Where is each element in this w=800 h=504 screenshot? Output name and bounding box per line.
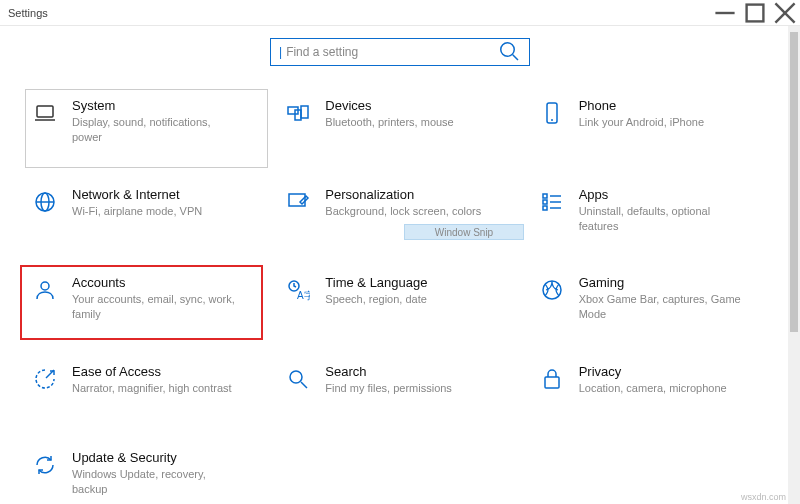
maximize-button[interactable] xyxy=(740,0,770,26)
svg-point-4 xyxy=(501,42,515,56)
search-icon xyxy=(285,366,311,392)
tile-title: Search xyxy=(325,364,452,379)
tile-title: Ease of Access xyxy=(72,364,232,379)
svg-text:A字: A字 xyxy=(297,290,310,301)
update-icon xyxy=(32,452,58,478)
tile-network[interactable]: Network & Internet Wi-Fi, airplane mode,… xyxy=(20,173,273,262)
tile-title: Time & Language xyxy=(325,275,427,290)
tile-title: Privacy xyxy=(579,364,727,379)
svg-line-28 xyxy=(301,382,307,388)
tile-title: Network & Internet xyxy=(72,187,202,202)
tile-title: Apps xyxy=(579,187,749,202)
watermark: wsxdn.com xyxy=(741,492,786,502)
tile-title: Update & Security xyxy=(72,450,242,465)
tile-title: Accounts xyxy=(72,275,242,290)
tile-devices[interactable]: Devices Bluetooth, printers, mouse xyxy=(273,84,526,173)
lock-icon xyxy=(539,366,565,392)
scrollbar-thumb[interactable] xyxy=(790,32,798,332)
tile-phone[interactable]: Phone Link your Android, iPhone xyxy=(527,84,780,173)
tile-gaming[interactable]: Gaming Xbox Game Bar, captures, Game Mod… xyxy=(527,261,780,350)
search-input[interactable]: |Find a setting xyxy=(270,38,530,66)
tile-title: Phone xyxy=(579,98,704,113)
tile-ease-of-access[interactable]: Ease of Access Narrator, magnifier, high… xyxy=(20,350,273,436)
scrollbar[interactable] xyxy=(788,26,800,504)
window-snip-tooltip: Window Snip xyxy=(404,224,524,240)
tile-desc: Wi-Fi, airplane mode, VPN xyxy=(72,204,202,219)
svg-rect-29 xyxy=(545,377,559,388)
svg-rect-19 xyxy=(543,206,547,210)
tile-desc: Windows Update, recovery, backup xyxy=(72,467,242,497)
window-controls xyxy=(710,0,800,26)
window-title: Settings xyxy=(8,7,48,19)
laptop-icon xyxy=(32,100,58,126)
tile-apps[interactable]: Apps Uninstall, defaults, optional featu… xyxy=(527,173,780,262)
tile-accounts[interactable]: Accounts Your accounts, email, sync, wor… xyxy=(20,261,273,350)
svg-rect-6 xyxy=(37,106,53,117)
search-placeholder: Find a setting xyxy=(286,45,358,59)
tile-personalization[interactable]: Personalization Background, lock screen,… xyxy=(273,173,526,262)
tile-system[interactable]: System Display, sound, notifications, po… xyxy=(20,84,273,173)
tile-search[interactable]: Search Find my files, permissions xyxy=(273,350,526,436)
tile-desc: Link your Android, iPhone xyxy=(579,115,704,130)
svg-rect-17 xyxy=(543,194,547,198)
tile-title: Devices xyxy=(325,98,453,113)
svg-rect-1 xyxy=(747,5,764,22)
search-icon xyxy=(497,39,521,66)
tile-desc: Background, lock screen, colors xyxy=(325,204,481,219)
tile-title: Personalization xyxy=(325,187,481,202)
tile-privacy[interactable]: Privacy Location, camera, microphone xyxy=(527,350,780,436)
gaming-icon xyxy=(539,277,565,303)
tile-time-language[interactable]: A字 Time & Language Speech, region, date xyxy=(273,261,526,350)
tile-desc: Uninstall, defaults, optional features xyxy=(579,204,749,234)
svg-point-12 xyxy=(551,119,553,121)
svg-rect-18 xyxy=(543,200,547,204)
devices-icon xyxy=(285,100,311,126)
tile-update-security[interactable]: Update & Security Windows Update, recove… xyxy=(20,436,273,504)
titlebar: Settings xyxy=(0,0,800,26)
svg-point-23 xyxy=(41,282,49,290)
ease-of-access-icon xyxy=(32,366,58,392)
person-icon xyxy=(32,277,58,303)
settings-grid: System Display, sound, notifications, po… xyxy=(0,84,800,504)
tile-title: System xyxy=(72,98,242,113)
close-button[interactable] xyxy=(770,0,800,26)
svg-rect-10 xyxy=(301,106,308,118)
tile-desc: Narrator, magnifier, high contrast xyxy=(72,381,232,396)
phone-icon xyxy=(539,100,565,126)
search-container: |Find a setting xyxy=(0,26,800,84)
tile-desc: Speech, region, date xyxy=(325,292,427,307)
globe-icon xyxy=(32,189,58,215)
tile-desc: Your accounts, email, sync, work, family xyxy=(72,292,242,322)
tile-desc: Find my files, permissions xyxy=(325,381,452,396)
tile-title: Gaming xyxy=(579,275,749,290)
tile-desc: Location, camera, microphone xyxy=(579,381,727,396)
minimize-button[interactable] xyxy=(710,0,740,26)
tile-desc: Bluetooth, printers, mouse xyxy=(325,115,453,130)
svg-point-27 xyxy=(290,371,302,383)
paintbrush-icon xyxy=(285,189,311,215)
tile-desc: Display, sound, notifications, power xyxy=(72,115,242,145)
apps-icon xyxy=(539,189,565,215)
svg-line-5 xyxy=(513,54,518,59)
tile-desc: Xbox Game Bar, captures, Game Mode xyxy=(579,292,749,322)
time-language-icon: A字 xyxy=(285,277,311,303)
